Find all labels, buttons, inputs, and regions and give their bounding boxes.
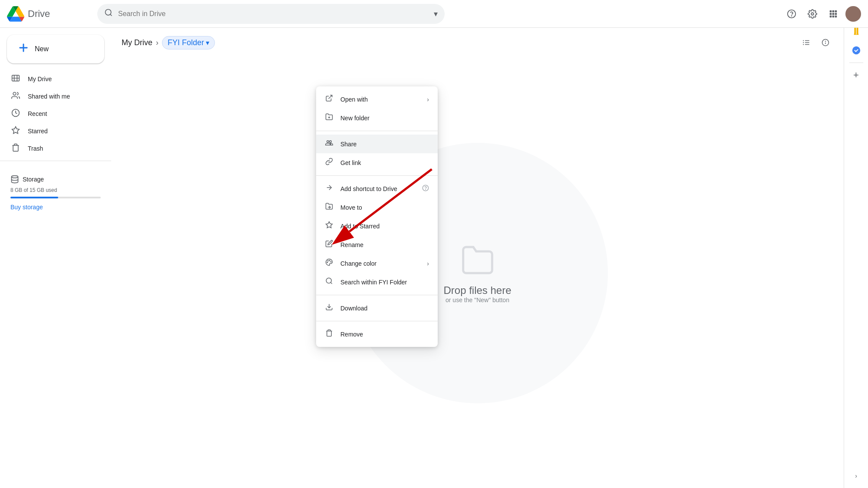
- svg-rect-7: [835, 10, 837, 12]
- starred-icon: [10, 126, 21, 137]
- add-shortcut-help-icon[interactable]: [422, 185, 429, 193]
- breadcrumb-folder-name: FYI Folder: [168, 38, 204, 47]
- user-avatar[interactable]: [845, 6, 861, 22]
- menu-item-get-link[interactable]: Get link: [316, 153, 438, 172]
- download-icon: [325, 303, 333, 313]
- menu-divider-4: [316, 321, 438, 321]
- shared-icon: [10, 91, 21, 102]
- menu-item-share[interactable]: Share: [316, 135, 438, 153]
- sidebar-item-label-recent: Recent: [28, 110, 47, 117]
- menu-item-remove[interactable]: Remove: [316, 325, 438, 343]
- sidebar-item-recent[interactable]: Recent: [0, 105, 104, 122]
- storage-icon-area: Storage: [10, 175, 101, 184]
- menu-item-add-shortcut[interactable]: Add shortcut to Drive: [316, 179, 438, 198]
- plus-icon: [17, 42, 30, 56]
- move-to-icon: [325, 202, 333, 212]
- menu-item-change-color[interactable]: Change color ›: [316, 254, 438, 273]
- change-color-label: Change color: [340, 260, 420, 267]
- sidebar-item-starred[interactable]: Starred: [0, 122, 104, 140]
- menu-divider-2: [316, 175, 438, 176]
- list-view-button[interactable]: [799, 35, 814, 50]
- svg-point-15: [13, 92, 16, 95]
- tasks-icon-button[interactable]: [848, 42, 865, 59]
- get-link-icon: [325, 158, 333, 168]
- sidebar-item-shared[interactable]: Shared with me: [0, 88, 104, 105]
- breadcrumb-current-folder[interactable]: FYI Folder ▾: [162, 36, 215, 49]
- menu-item-move-to[interactable]: Move to: [316, 198, 438, 217]
- header: Drive ▾: [0, 0, 868, 28]
- menu-item-new-folder[interactable]: New folder: [316, 109, 438, 127]
- svg-line-28: [329, 95, 332, 99]
- add-shortcut-label: Add shortcut to Drive: [340, 185, 415, 192]
- menu-item-search-within[interactable]: Search within FYI Folder: [316, 273, 438, 291]
- search-icon: [104, 8, 113, 19]
- rename-label: Rename: [340, 241, 429, 248]
- new-folder-icon: [325, 113, 333, 123]
- breadcrumb-root[interactable]: My Drive: [122, 38, 152, 47]
- open-with-label: Open with: [340, 96, 420, 103]
- menu-item-download[interactable]: Download: [316, 299, 438, 317]
- move-to-label: Move to: [340, 204, 429, 211]
- apps-button[interactable]: [825, 5, 842, 23]
- recent-icon: [10, 109, 21, 119]
- svg-point-35: [329, 260, 330, 261]
- share-icon: [325, 139, 333, 149]
- storage-used: 8 GB of 15 GB used: [10, 187, 101, 193]
- buy-storage-button[interactable]: Buy storage: [10, 204, 43, 211]
- menu-item-rename[interactable]: Rename: [316, 235, 438, 254]
- svg-point-38: [327, 262, 328, 263]
- notes-icon-button[interactable]: [848, 28, 865, 40]
- svg-rect-10: [835, 13, 837, 15]
- app-title: Drive: [28, 8, 50, 20]
- svg-line-40: [330, 282, 332, 284]
- svg-point-37: [328, 260, 329, 261]
- storage-bar-fill: [10, 197, 58, 198]
- change-color-icon: [325, 258, 333, 268]
- info-button[interactable]: [818, 35, 833, 50]
- main-layout: New My Drive Shared with me: [0, 28, 868, 488]
- search-input[interactable]: [118, 10, 429, 18]
- storage-label: Storage: [23, 176, 44, 183]
- menu-divider-1: [316, 131, 438, 131]
- settings-button[interactable]: [804, 5, 821, 23]
- svg-rect-12: [832, 15, 835, 17]
- breadcrumb-chevron-icon: ›: [156, 38, 158, 47]
- new-button[interactable]: New: [7, 35, 104, 63]
- content-body: Drop files here or use the "New" button: [111, 58, 844, 488]
- remove-icon: [325, 329, 333, 339]
- svg-marker-34: [326, 222, 333, 228]
- sidebar-item-label-trash: Trash: [28, 145, 43, 152]
- my-drive-icon: [10, 74, 21, 85]
- right-panel-divider: [849, 63, 863, 63]
- sidebar-item-trash[interactable]: Trash: [0, 140, 104, 157]
- remove-label: Remove: [340, 331, 429, 338]
- new-button-label: New: [35, 45, 49, 53]
- sidebar-item-my-drive[interactable]: My Drive: [0, 70, 104, 88]
- search-bar[interactable]: ▾: [97, 4, 445, 24]
- add-starred-icon: [325, 221, 333, 231]
- svg-rect-5: [830, 10, 832, 12]
- menu-item-add-starred[interactable]: Add to Starred: [316, 217, 438, 235]
- menu-item-open-with[interactable]: Open with ›: [316, 90, 438, 109]
- svg-rect-11: [830, 15, 832, 17]
- svg-point-4: [811, 13, 814, 15]
- open-with-arrow: ›: [427, 96, 429, 103]
- google-drive-logo: [7, 5, 24, 23]
- keep-icon: [851, 28, 861, 36]
- add-shortcut-icon: [325, 184, 333, 194]
- panel-expand-button[interactable]: ›: [848, 467, 865, 485]
- breadcrumb-dropdown-icon: ▾: [206, 39, 209, 47]
- add-panel-button[interactable]: +: [848, 66, 865, 84]
- storage-section: Storage 8 GB of 15 GB used Buy storage: [0, 168, 111, 218]
- sidebar-item-label-my-drive: My Drive: [28, 76, 52, 82]
- new-folder-label: New folder: [340, 115, 429, 122]
- sidebar-item-label-starred: Starred: [28, 128, 48, 135]
- search-dropdown-icon[interactable]: ▾: [434, 9, 438, 19]
- storage-bar-background: [10, 197, 101, 198]
- empty-folder-icon: [460, 243, 495, 277]
- header-actions: [783, 5, 861, 23]
- search-within-label: Search within FYI Folder: [340, 279, 429, 286]
- logo-area: Drive: [7, 5, 94, 23]
- help-button[interactable]: [783, 5, 800, 23]
- context-menu: Open with › New folder: [316, 86, 438, 347]
